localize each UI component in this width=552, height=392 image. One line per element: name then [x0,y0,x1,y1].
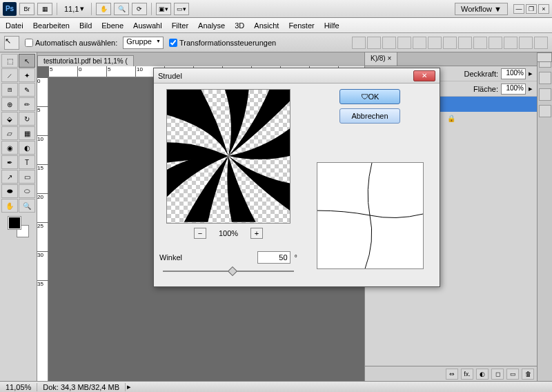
hand-icon[interactable]: ✋ [96,3,111,15]
fx-icon[interactable]: fx. [461,369,473,380]
history-brush-tool-icon[interactable]: ↻ [19,112,35,126]
current-tool-icon[interactable]: ↖ [4,36,19,50]
3d-camera-tool-icon[interactable]: ⬭ [19,184,35,198]
zoom-icon[interactable]: 🔍 [114,3,129,15]
stamp-tool-icon[interactable]: ⬙ [1,112,18,126]
align-icon[interactable] [428,37,442,49]
eyedropper-tool-icon[interactable]: ✎ [19,83,35,97]
trash-icon[interactable]: 🗑 [522,369,534,380]
panel-dock [537,52,552,381]
menu-datei[interactable]: Datei [6,21,23,30]
hand-tool-icon[interactable]: ✋ [1,199,18,213]
align-icon[interactable] [352,37,366,49]
new-layer-icon[interactable]: ▭ [506,369,519,380]
status-doc-size[interactable]: Dok: 34,3 MB/32,4 MB [37,383,126,391]
link-icon[interactable]: ⇔ [446,369,458,380]
transform-controls-checkbox[interactable]: Transformationssteuerungen [169,39,276,47]
document-tab[interactable]: testtutoria1l.pdf bei 11,1% ( [37,55,134,66]
angle-slider[interactable] [163,268,294,275]
foreground-color[interactable] [8,217,21,229]
auto-select-mode[interactable]: Gruppe [123,37,164,49]
magic-wand-tool-icon[interactable]: ✦ [19,68,35,82]
zoom-out-button[interactable]: − [194,228,206,239]
adjustment-icon[interactable]: ◻ [491,369,504,380]
menu-bearbeiten[interactable]: Bearbeiten [33,21,70,30]
zoom-in-button[interactable]: + [250,228,263,239]
align-icon[interactable] [382,37,396,49]
menu-ansicht[interactable]: Ansicht [254,21,279,30]
auto-select-checkbox[interactable]: Automatisch auswählen: [25,39,117,47]
eraser-tool-icon[interactable]: ▱ [1,126,18,140]
more-icon[interactable] [534,37,548,49]
opacity-label: Deckkraft: [464,70,498,78]
dock-mask-icon[interactable] [539,105,551,117]
menu-ebene[interactable]: Ebene [101,21,124,30]
angle-input[interactable] [257,251,290,264]
toolbox: ⬚ ↖ ⟋ ✦ ⧆ ✎ ⊕ ✏ ⬙ ↻ ▱ ▦ ◉ ◐ ✒ T ↗ ▭ ⬬ ⬭ … [0,52,37,381]
gradient-tool-icon[interactable]: ▦ [19,126,35,140]
distribute-icon[interactable] [489,37,502,49]
cancel-button[interactable]: Abbrechen [339,108,400,124]
text-tool-icon[interactable]: T [19,155,35,169]
brush-tool-icon[interactable]: ✏ [19,97,35,111]
dock-adjust-icon[interactable] [539,88,551,101]
align-icon[interactable] [367,37,381,49]
blur-tool-icon[interactable]: ◉ [1,141,18,155]
arrange-icon[interactable]: ▣▾ [156,3,171,15]
menu-bild[interactable]: Bild [79,21,92,30]
marquee-tool-icon[interactable]: ⬚ [1,54,18,68]
panel-collapse-icon[interactable] [537,52,552,62]
dialog-title: Strudel [158,72,182,80]
menu-hilfe[interactable]: Hilfe [324,21,339,30]
panel-tab-2[interactable]: K)/8) × [365,52,397,66]
menu-fenster[interactable]: Fenster [288,21,314,30]
chevron-right-icon[interactable]: ▸ [529,69,533,78]
heal-tool-icon[interactable]: ⊕ [1,97,18,111]
menu-3d[interactable]: 3D [235,21,244,30]
path-select-tool-icon[interactable]: ↗ [1,170,18,184]
menu-analyse[interactable]: Analyse [198,21,225,30]
fill-label: Fläche: [473,85,498,93]
dialog-close-icon[interactable]: ✕ [413,70,435,81]
screen-mode-icon[interactable]: ▭▾ [174,3,189,15]
align-icon[interactable] [397,37,411,49]
lasso-tool-icon[interactable]: ⟋ [1,68,18,82]
ok-button[interactable]: 🛡 OK [339,89,400,104]
distribute-icon[interactable] [458,37,472,49]
zoom-display[interactable]: 11,1▾ [61,4,87,13]
filter-preview[interactable] [166,89,290,224]
minimize-icon[interactable]: — [513,4,524,14]
chevron-right-icon[interactable]: ▸ [127,382,131,391]
dialog-titlebar[interactable]: Strudel ✕ [154,68,440,84]
status-bar: 11,05% Dok: 34,3 MB/32,4 MB ▸ [0,381,552,392]
menu-filter[interactable]: Filter [172,21,188,30]
opacity-input[interactable]: 100% [501,68,526,79]
workspace-switcher[interactable]: Workflow ▼ [455,3,508,15]
distribute-icon[interactable] [473,37,487,49]
fill-input[interactable]: 100% [501,84,526,95]
color-picker[interactable] [8,217,29,237]
distribute-icon[interactable] [504,37,518,49]
pen-tool-icon[interactable]: ✒ [1,155,18,169]
menu-auswahl[interactable]: Auswahl [133,21,162,30]
zoom-tool-icon[interactable]: 🔍 [19,199,35,213]
rotate-icon[interactable]: ⟳ [132,3,147,15]
restore-icon[interactable]: ❐ [526,4,537,14]
dock-type-icon[interactable] [539,72,551,84]
status-zoom[interactable]: 11,05% [0,383,37,391]
3d-tool-icon[interactable]: ⬬ [1,184,18,198]
mask-icon[interactable]: ◐ [476,369,489,380]
close-icon[interactable]: × [538,4,549,14]
preview-zoom: 100% [219,229,238,237]
distribute-icon[interactable] [519,37,533,49]
crop-tool-icon[interactable]: ⧆ [1,83,18,97]
move-tool-icon[interactable]: ↖ [19,54,35,68]
toolbar-top: Ps Br ▦ 11,1▾ ✋ 🔍 ⟳ ▣▾ ▭▾ Workflow ▼ — ❐… [0,0,552,18]
mini-bridge-icon[interactable]: ▦ [37,3,52,15]
chevron-right-icon[interactable]: ▸ [529,84,533,93]
dodge-tool-icon[interactable]: ◐ [19,141,35,155]
distribute-icon[interactable] [443,37,457,49]
align-icon[interactable] [413,37,426,49]
shape-tool-icon[interactable]: ▭ [19,170,35,184]
bridge-icon[interactable]: Br [19,3,34,15]
